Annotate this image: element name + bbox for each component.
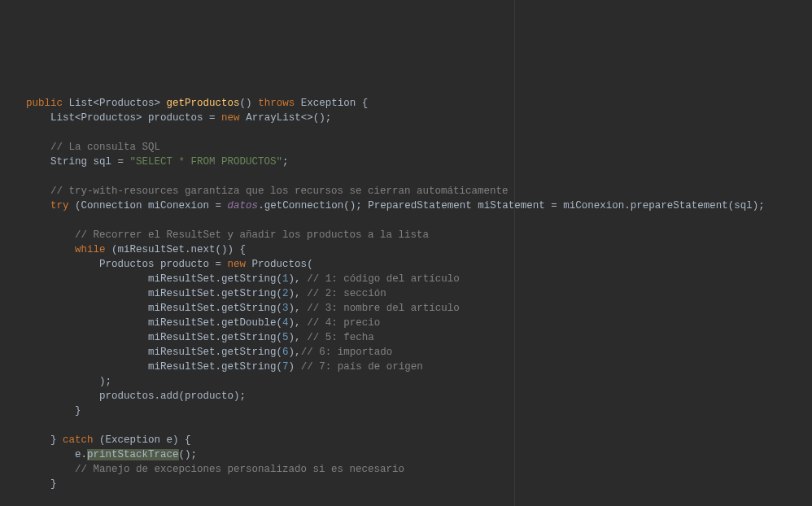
ident: miResultSet — [148, 317, 216, 329]
keyword-while: while — [75, 244, 106, 255]
keyword-catch: catch — [63, 434, 94, 446]
comment: // 7: país de origen — [301, 361, 423, 373]
ident: producto — [160, 259, 209, 270]
ident: getDouble — [221, 317, 277, 329]
type: Productos — [81, 112, 137, 124]
ident: miConexion — [563, 200, 624, 212]
string-literal: "SELECT * FROM PRODUCTOS" — [130, 156, 283, 168]
ident: getString — [221, 332, 277, 343]
comment: // Recorrer el ResultSet y añadir los pr… — [75, 229, 429, 241]
keyword-public: public — [26, 98, 63, 109]
code-editor[interactable]: public List<Productos> getProductos() th… — [26, 96, 812, 506]
method-name: getProductos — [167, 98, 240, 109]
ident: productos — [148, 112, 203, 124]
number: 3 — [282, 303, 289, 314]
ident: prepareStatement — [631, 200, 728, 212]
ident: getConnection — [264, 200, 344, 212]
ident: getString — [221, 288, 277, 299]
comment: // 6: importado — [301, 347, 393, 358]
ident: miResultSet — [148, 361, 216, 373]
ident: sql — [734, 200, 753, 212]
ident: getString — [221, 347, 277, 358]
field: datos — [228, 200, 259, 212]
type: List — [69, 98, 94, 109]
type: Exception — [106, 434, 161, 446]
type: Connection — [81, 200, 142, 212]
keyword-new: new — [228, 259, 247, 270]
ident: miResultSet — [148, 288, 216, 299]
number: 5 — [282, 332, 289, 343]
comment: // try-with-resources garantiza que los … — [50, 185, 509, 197]
ident: miResultSet — [118, 244, 186, 255]
highlighted-ident: printStackTrace — [87, 449, 179, 460]
number: 7 — [282, 361, 289, 373]
ruler-line — [514, 0, 515, 506]
ident: getString — [221, 361, 277, 373]
comment: // 3: nombre del artículo — [307, 303, 460, 314]
ident: miConexion — [148, 200, 209, 212]
ident: miResultSet — [148, 347, 216, 358]
ident: add — [160, 390, 179, 402]
comment: // 5: fecha — [307, 332, 374, 343]
number: 4 — [282, 317, 289, 329]
comment: // Manejo de excepciones personalizado s… — [75, 464, 404, 475]
type: Exception — [301, 98, 356, 109]
ident: miStatement — [478, 200, 545, 212]
type: List — [50, 112, 75, 124]
ident: miResultSet — [148, 273, 216, 285]
number: 1 — [282, 273, 289, 285]
ident: getString — [221, 303, 277, 314]
ident: producto — [185, 390, 234, 402]
keyword-throws: throws — [258, 98, 295, 109]
type: ArrayList — [246, 112, 301, 124]
ident: miResultSet — [148, 303, 216, 314]
number: 2 — [282, 288, 289, 299]
type: Productos — [252, 259, 308, 270]
ident: e — [167, 434, 173, 446]
type: Productos — [99, 259, 155, 270]
ident: productos — [99, 390, 155, 402]
keyword-try: try — [50, 200, 69, 212]
comment: // La consulta SQL — [50, 142, 160, 153]
comment: // 2: sección — [307, 288, 386, 299]
comment: // 4: precio — [307, 317, 380, 329]
type: Productos — [99, 98, 155, 109]
ident: sql — [94, 156, 112, 168]
comment: // 1: código del artículo — [307, 273, 460, 285]
type: String — [50, 156, 87, 168]
ident: miResultSet — [148, 332, 216, 343]
number: 6 — [282, 347, 289, 358]
keyword-new: new — [221, 112, 240, 124]
ident: e — [75, 449, 81, 460]
ident: next — [191, 244, 216, 255]
ident: getString — [221, 273, 277, 285]
type: PreparedStatement — [368, 200, 472, 212]
